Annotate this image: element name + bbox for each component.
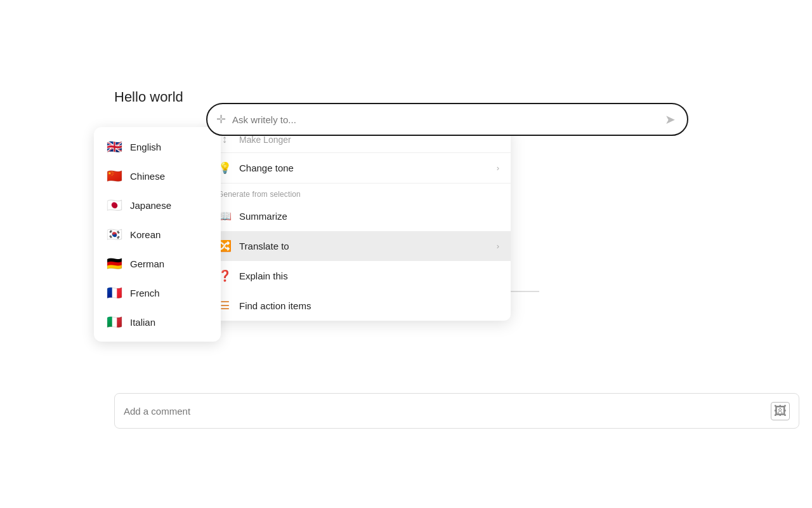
comment-bar[interactable]: 🖼 — [114, 393, 799, 429]
ask-writely-input[interactable] — [232, 114, 662, 125]
menu-item-change-tone[interactable]: 💡 Change tone › — [206, 153, 511, 183]
lang-label-german: German — [130, 258, 164, 269]
flag-french: 🇫🇷 — [107, 286, 122, 299]
lang-item-english[interactable]: 🇬🇧 English — [94, 132, 221, 161]
ask-writely-bar[interactable]: ✛ ➤ — [206, 103, 688, 136]
hello-world-text: Hello world — [114, 89, 183, 105]
generate-section-label: Generate from selection — [206, 184, 511, 201]
explain-label: Explain this — [239, 271, 288, 281]
lang-item-japanese[interactable]: 🇯🇵 Japanese — [94, 190, 221, 220]
main-dropdown-menu: ↕ Make Longer 💡 Change tone › Generate f… — [206, 127, 511, 321]
lang-item-chinese[interactable]: 🇨🇳 Chinese — [94, 161, 221, 190]
lang-item-italian[interactable]: 🇮🇹 Italian — [94, 307, 221, 337]
flag-japanese: 🇯🇵 — [107, 199, 122, 211]
menu-item-translate[interactable]: 🔀 Translate to › — [206, 231, 511, 261]
flag-german: 🇩🇪 — [107, 257, 122, 270]
lang-item-french[interactable]: 🇫🇷 French — [94, 278, 221, 307]
change-tone-chevron: › — [497, 163, 499, 173]
flag-english: 🇬🇧 — [107, 140, 122, 153]
summarize-label: Summarize — [239, 211, 287, 222]
drag-icon: ✛ — [216, 112, 226, 126]
send-icon: ➤ — [665, 112, 676, 126]
lang-label-japanese: Japanese — [130, 200, 171, 211]
menu-item-explain[interactable]: ❓ Explain this — [206, 261, 511, 291]
translate-label: Translate to — [239, 241, 289, 251]
language-submenu: 🇬🇧 English 🇨🇳 Chinese 🇯🇵 Japanese 🇰🇷 Kor… — [94, 127, 221, 342]
translate-chevron: › — [497, 241, 499, 251]
flag-chinese: 🇨🇳 — [107, 170, 122, 182]
comment-input[interactable] — [124, 406, 771, 417]
lang-label-french: French — [130, 288, 160, 298]
image-icon[interactable]: 🖼 — [771, 402, 790, 420]
lang-item-german[interactable]: 🇩🇪 German — [94, 249, 221, 278]
make-longer-label: Make Longer — [239, 135, 291, 145]
lang-label-english: English — [130, 142, 161, 152]
lang-label-chinese: Chinese — [130, 171, 165, 182]
flag-korean: 🇰🇷 — [107, 228, 122, 241]
send-button[interactable]: ➤ — [662, 112, 678, 127]
lang-label-korean: Korean — [130, 229, 160, 240]
menu-item-action-items[interactable]: ☰ Find action items — [206, 291, 511, 321]
change-tone-label: Change tone — [239, 163, 294, 173]
lang-label-italian: Italian — [130, 317, 155, 328]
action-items-label: Find action items — [239, 300, 311, 311]
menu-item-summarize[interactable]: 📖 Summarize — [206, 201, 511, 231]
lang-item-korean[interactable]: 🇰🇷 Korean — [94, 220, 221, 249]
flag-italian: 🇮🇹 — [107, 316, 122, 328]
